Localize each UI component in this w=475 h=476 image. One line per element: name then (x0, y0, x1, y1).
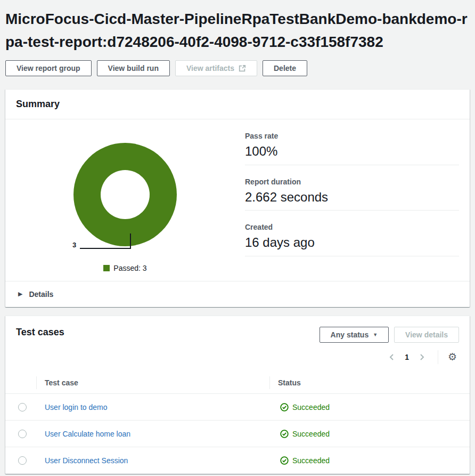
summary-content: 3 Passed: 3 Pass rate 100% Report durati… (5, 119, 470, 281)
view-details-button[interactable]: View details (394, 327, 459, 343)
page-title: MicroFocus-Cicd-Master-PipelineRpaTestBa… (5, 7, 470, 54)
next-page-button[interactable] (414, 351, 429, 364)
metric-value: 2.662 seconds (245, 190, 459, 205)
donut-callout-line (80, 248, 131, 249)
status-text: Succeeded (292, 403, 330, 412)
summary-title: Summary (16, 99, 459, 110)
current-page-number[interactable]: 1 (399, 353, 414, 361)
report-page: MicroFocus-Cicd-Master-PipelineRpaTestBa… (0, 0, 475, 476)
test-cases-controls: Any status ▼ View details (320, 327, 459, 343)
test-case-link[interactable]: User login to demo (45, 403, 108, 412)
row-radio-button[interactable] (18, 403, 27, 412)
metric-report-duration: Report duration 2.662 seconds (245, 178, 459, 211)
success-check-icon (280, 430, 289, 438)
test-cases-table: Test case Status User login to demo (5, 372, 470, 474)
metric-label: Report duration (245, 178, 459, 186)
donut-hole (101, 170, 150, 219)
table-row: User Calculate home loan Succeeded (5, 421, 470, 447)
row-radio-button[interactable] (18, 430, 27, 438)
test-cases-header: Test cases Any status ▼ View details (5, 316, 470, 372)
previous-page-button[interactable] (384, 351, 399, 364)
test-cases-title: Test cases (16, 327, 64, 338)
success-check-icon (280, 456, 289, 465)
test-case-link[interactable]: User Disconnect Session (45, 456, 128, 465)
status-badge: Succeeded (278, 403, 461, 412)
external-link-icon (239, 64, 246, 72)
chart-legend: Passed: 3 (5, 264, 245, 272)
summary-metrics: Pass rate 100% Report duration 2.662 sec… (245, 119, 470, 281)
view-artifacts-label: View artifacts (186, 63, 234, 73)
settings-gear-icon[interactable]: ⚙ (446, 351, 459, 363)
status-badge: Succeeded (278, 456, 461, 465)
chevron-left-icon (388, 353, 396, 361)
metric-label: Pass rate (245, 132, 459, 140)
summary-card: Summary 3 Passed: 3 Pass rate 100% (5, 89, 470, 307)
status-column-header: Status (269, 372, 470, 394)
summary-card-header: Summary (5, 90, 470, 119)
table-row: User Disconnect Session Succeeded (5, 447, 470, 474)
divider (438, 350, 438, 364)
table-row: User login to demo Succeeded (5, 394, 470, 421)
status-filter-dropdown[interactable]: Any status ▼ (320, 327, 389, 343)
metric-value: 100% (245, 144, 459, 159)
row-radio-button[interactable] (18, 456, 27, 465)
donut-callout-value: 3 (72, 241, 76, 249)
status-badge: Succeeded (278, 430, 461, 438)
metric-pass-rate: Pass rate 100% (245, 132, 459, 165)
select-column-header (5, 372, 36, 394)
view-artifacts-button[interactable]: View artifacts (175, 60, 257, 76)
delete-button[interactable]: Delete (263, 60, 307, 76)
metric-label: Created (245, 223, 459, 231)
metric-value: 16 days ago (245, 235, 459, 251)
details-expander[interactable]: ▶ Details (5, 281, 470, 307)
metric-created: Created 16 days ago (245, 223, 459, 256)
success-check-icon (280, 403, 289, 412)
legend-swatch-passed (103, 265, 110, 271)
status-text: Succeeded (292, 430, 330, 438)
test-cases-card: Test cases Any status ▼ View details (5, 316, 470, 474)
results-donut-chart: 3 Passed: 3 (5, 119, 245, 281)
status-filter-value: Any status (331, 330, 369, 340)
test-case-column-header: Test case (36, 372, 269, 394)
pagination: 1 ⚙ (16, 350, 459, 364)
legend-label-passed: Passed: 3 (113, 264, 146, 272)
details-label: Details (29, 290, 53, 298)
test-case-link[interactable]: User Calculate home loan (45, 430, 130, 438)
donut-passed-slice (73, 143, 177, 246)
status-text: Succeeded (292, 456, 330, 465)
view-report-group-button[interactable]: View report group (5, 60, 92, 76)
table-header-row: Test case Status (5, 372, 470, 394)
expander-triangle-icon: ▶ (18, 291, 22, 297)
chevron-right-icon (418, 353, 425, 361)
chevron-down-icon: ▼ (373, 330, 378, 340)
view-build-run-button[interactable]: View build run (97, 60, 170, 76)
donut-callout-line (130, 233, 131, 249)
toolbar: View report group View build run View ar… (5, 60, 470, 76)
